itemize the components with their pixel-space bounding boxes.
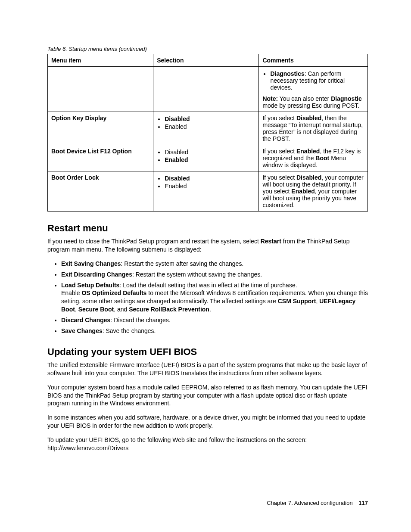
table-row: Option Key Display Disabled Enabled If y… — [48, 112, 368, 145]
secure-boot: Secure Boot — [78, 306, 114, 313]
footer-page-number: 117 — [358, 500, 368, 506]
text: If you need to close the ThinkPad Setup … — [47, 238, 261, 245]
cell-comments: Diagnostics: Can perform necessary testi… — [259, 67, 368, 112]
selection-item: Enabled — [165, 156, 255, 163]
list-item: Exit Saving Changes: Restart the system … — [61, 260, 368, 268]
selection-item: Enabled — [165, 123, 255, 130]
item-text: Enable — [61, 289, 81, 296]
startup-table: Menu item Selection Comments Diagnostics… — [47, 54, 368, 212]
diagnostics-label: Diagnostics — [270, 70, 304, 77]
note-mid: You can also enter — [278, 95, 331, 102]
boot-order-lock-label: Boot Order Lock — [51, 174, 99, 181]
drivers-url: http://www.lenovo.com/Drivers — [47, 445, 128, 451]
option-key-display-label: Option Key Display — [51, 115, 106, 121]
comment-bold: Disabled — [296, 174, 321, 181]
footer-chapter: Chapter 7. Advanced configuration — [267, 500, 352, 506]
cell-selection: Disabled Enabled — [153, 145, 259, 171]
cell-comments: If you select Enabled, the F12 key is re… — [259, 145, 368, 171]
uefi-paragraph: The Unified Extensible Firmware Interfac… — [47, 361, 368, 377]
note-text: Note: You can also enter Diagnostic mode… — [262, 95, 364, 109]
item-text: : Restart the system after saving the ch… — [121, 260, 243, 267]
note-bold: Diagnostic — [331, 95, 362, 102]
item-label: Load Setup Defaults — [61, 282, 119, 289]
comment-text: If you select — [262, 174, 296, 181]
cell-comments: If you select Disabled, your computer wi… — [259, 171, 368, 212]
restart-menu-heading: Restart menu — [47, 223, 368, 234]
boot-device-list-label: Boot Device List F12 Option — [51, 148, 132, 155]
selection-disabled: Disabled — [165, 115, 190, 122]
text: To update your UEFI BIOS, go to the foll… — [47, 436, 307, 443]
table-header-row: Menu item Selection Comments — [48, 54, 368, 67]
cell-menu: Boot Order Lock — [48, 171, 153, 212]
item-text: : Load the default setting that was in e… — [119, 282, 297, 289]
restart-intro: If you need to close the ThinkPad Setup … — [47, 237, 368, 254]
comment-bold: Enabled — [291, 188, 314, 195]
comment-text: If you select — [262, 115, 296, 121]
cell-menu — [48, 67, 153, 112]
note-prefix: Note: — [262, 95, 278, 102]
sep: , and — [114, 306, 129, 313]
item-label: Discard Changes — [61, 317, 110, 324]
os-optimized-defaults: OS Optimized Defaults — [81, 289, 146, 296]
selection-item: Enabled — [165, 183, 255, 190]
item-text: : Save the changes. — [103, 327, 156, 334]
restart-list: Exit Saving Changes: Restart the system … — [47, 260, 368, 335]
csm-support: CSM Support — [278, 298, 316, 305]
header-menu-item: Menu item — [48, 54, 153, 67]
sep: , — [75, 306, 78, 313]
item-label: Save Changes — [61, 327, 103, 334]
selection-item: Disabled — [165, 149, 255, 156]
header-comments: Comments — [259, 54, 368, 67]
note-end: mode by pressing Esc during POST. — [262, 102, 359, 109]
restart-bold: Restart — [261, 238, 281, 245]
page-container: Table 6. Startup menu items (continued) … — [0, 0, 411, 532]
selection-item: Disabled — [165, 175, 255, 182]
comment-bold: Disabled — [296, 115, 321, 121]
header-selection: Selection — [153, 54, 259, 67]
item-text: : Restart the system without saving the … — [132, 271, 262, 278]
cell-menu: Option Key Display — [48, 112, 153, 145]
selection-enabled: Enabled — [165, 123, 187, 130]
item-label: Exit Discarding Changes — [61, 271, 132, 278]
cell-comments: If you select Disabled, then the message… — [259, 112, 368, 145]
selection-enabled: Enabled — [165, 156, 188, 163]
selection-disabled: Disabled — [165, 175, 190, 182]
uefi-paragraph: To update your UEFI BIOS, go to the foll… — [47, 436, 368, 452]
uefi-paragraph: Your computer system board has a module … — [47, 383, 368, 408]
table-caption: Table 6. Startup menu items (continued) — [47, 46, 368, 52]
cell-selection: Disabled Enabled — [153, 112, 259, 145]
selection-item: Disabled — [165, 115, 255, 122]
list-item: Exit Discarding Changes: Restart the sys… — [61, 271, 368, 279]
uefi-paragraph: In some instances when you add software,… — [47, 414, 368, 430]
list-item: Discard Changes: Discard the changes. — [61, 316, 368, 324]
cell-selection: Disabled Enabled — [153, 171, 259, 212]
list-item: Save Changes: Save the changes. — [61, 327, 368, 335]
item-text: : Discard the changes. — [110, 317, 170, 324]
table-row: Boot Device List F12 Option Disabled Ena… — [48, 145, 368, 171]
secure-rollback-prevention: Secure RollBack Prevention — [129, 306, 209, 313]
comment-text: If you select — [262, 148, 296, 155]
selection-enabled: Enabled — [165, 183, 187, 190]
page-footer: Chapter 7. Advanced configuration 117 — [267, 500, 368, 506]
cell-menu: Boot Device List F12 Option — [48, 145, 153, 171]
table-row: Boot Order Lock Disabled Enabled If you … — [48, 171, 368, 212]
diagnostics-bullet: Diagnostics: Can perform necessary testi… — [270, 70, 364, 91]
table-row: Diagnostics: Can perform necessary testi… — [48, 67, 368, 112]
cell-selection — [153, 67, 259, 112]
comment-bold: Boot — [315, 155, 329, 162]
list-item: Load Setup Defaults: Load the default se… — [61, 281, 368, 314]
end: . — [209, 306, 211, 313]
item-label: Exit Saving Changes — [61, 260, 121, 267]
comment-bold: Enabled — [296, 148, 320, 155]
uefi-heading: Updating your system UEFI BIOS — [47, 346, 368, 358]
selection-disabled: Disabled — [165, 149, 188, 156]
